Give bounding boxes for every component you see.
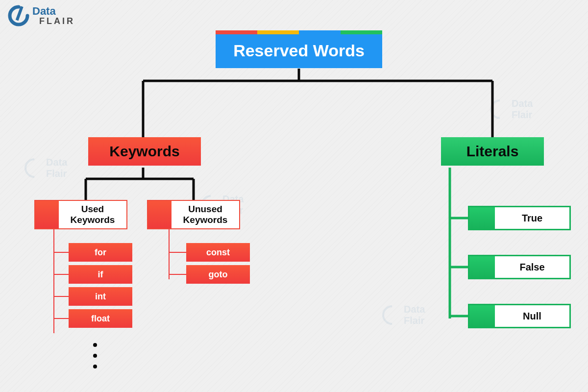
watermark: DataFlair: [490, 98, 533, 121]
literal-tab: [469, 256, 495, 278]
literals-node: Literals: [441, 137, 544, 166]
literal-label: False: [495, 256, 569, 278]
brand-logo-text: Data FLAIR: [32, 6, 75, 25]
stripe-seg: [257, 30, 299, 34]
literal-item: False: [468, 255, 571, 279]
literal-item: Null: [468, 304, 571, 328]
used-keyword-item: if: [69, 265, 132, 284]
keywords-node: Keywords: [88, 137, 201, 166]
brand-bottom: FLAIR: [39, 17, 75, 25]
used-keyword-item: int: [69, 287, 132, 306]
unused-keywords-label: Unused Keywords: [172, 201, 239, 228]
root-stripe: [216, 30, 382, 34]
root-node: Reserved Words: [216, 30, 382, 68]
literal-tab: [469, 305, 495, 327]
used-keywords-box: Used Keywords: [34, 200, 127, 229]
watermark: DataFlair: [24, 157, 67, 179]
literal-item: True: [468, 206, 571, 230]
used-keywords-tab: [35, 201, 59, 228]
unused-keywords-tab: [148, 201, 172, 228]
stripe-seg: [341, 30, 382, 34]
root-title: Reserved Words: [216, 34, 382, 68]
brand-logo: Data FLAIR: [8, 5, 75, 26]
stripe-seg: [299, 30, 341, 34]
literal-label: Null: [495, 305, 569, 327]
used-keyword-item: float: [69, 309, 132, 328]
brand-logo-icon: [8, 5, 29, 26]
used-keyword-item: for: [69, 243, 132, 262]
unused-keyword-item: goto: [186, 265, 250, 284]
unused-keyword-item: const: [186, 243, 250, 262]
watermark: DataFlair: [382, 304, 425, 326]
literal-label: True: [495, 207, 569, 229]
unused-keywords-box: Unused Keywords: [147, 200, 240, 229]
stripe-seg: [216, 30, 257, 34]
ellipsis-dots: [93, 343, 97, 368]
used-keywords-label: Used Keywords: [59, 201, 126, 228]
literal-tab: [469, 207, 495, 229]
brand-top: Data: [32, 5, 56, 17]
